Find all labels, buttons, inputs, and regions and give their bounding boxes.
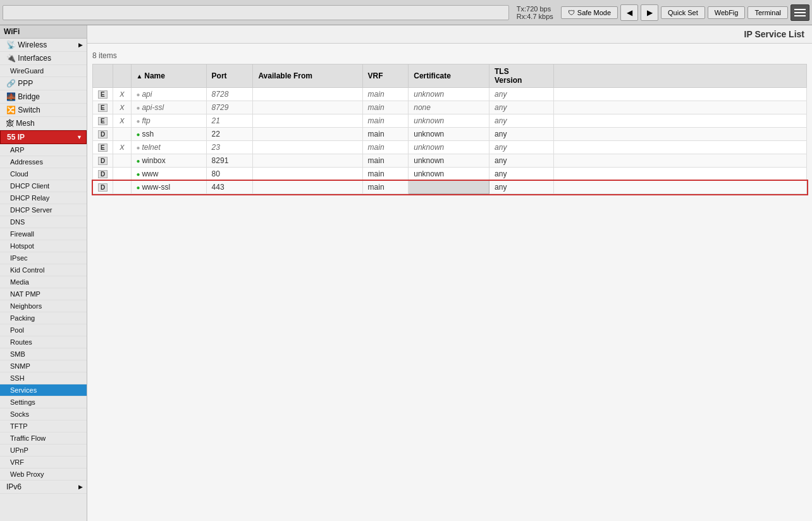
row-flag-1[interactable]: E <box>93 101 113 114</box>
sidebar-item-kid-control[interactable]: Kid Control <box>0 264 87 276</box>
row-tls-version-4: any <box>489 141 554 154</box>
sidebar-item-wireless[interactable]: 📡 Wireless▶ <box>0 39 87 52</box>
table-row[interactable]: EX● ftp21mainunknownany <box>93 114 807 128</box>
row-flag-2[interactable]: E <box>93 114 113 128</box>
sidebar-arrow-ip: ▼ <box>77 134 82 140</box>
row-flag-6[interactable]: D <box>93 168 113 181</box>
row-x-4: X <box>113 141 131 154</box>
sidebar-item-socks[interactable]: Socks <box>0 408 87 420</box>
sidebar-item-web-proxy[interactable]: Web Proxy <box>0 469 87 481</box>
services-table: Name Port Available From VRF Certificate… <box>92 64 807 194</box>
sidebar-item-dhcp-server[interactable]: DHCP Server <box>0 204 87 216</box>
sidebar-item-upnp[interactable]: UPnP <box>0 444 87 457</box>
items-count: 8 items <box>92 49 807 64</box>
sidebar-item-traffic-flow[interactable]: Traffic Flow <box>0 432 87 444</box>
col-x <box>113 64 131 88</box>
webfig-button[interactable]: WebFig <box>708 6 746 19</box>
sidebar-label-upnp: UPnP <box>10 446 28 454</box>
sidebar-item-bridge[interactable]: 🌉 Bridge <box>0 90 87 104</box>
sidebar-item-hotspot[interactable]: Hotspot <box>0 240 87 252</box>
sidebar-item-dhcp-relay[interactable]: DHCP Relay <box>0 192 87 204</box>
sidebar-label-mesh: 🕸 Mesh <box>6 119 35 128</box>
sidebar-item-wireguard[interactable]: WireGuard <box>0 65 87 77</box>
row-available-from-2 <box>253 114 362 128</box>
table-area: 8 items Name Port Available From VRF Cer… <box>87 44 812 199</box>
sidebar-item-ipsec[interactable]: IPsec <box>0 252 87 264</box>
sidebar-item-settings[interactable]: Settings <box>0 396 87 408</box>
sidebar-wifi-label: WiFi <box>0 25 87 39</box>
row-extra-2 <box>554 114 807 128</box>
sidebar-item-vrf[interactable]: VRF <box>0 457 87 469</box>
menu-button[interactable] <box>790 4 809 21</box>
row-name-6: ● www <box>131 168 206 181</box>
quick-set-button[interactable]: Quick Set <box>661 6 705 19</box>
table-header-row: Name Port Available From VRF Certificate… <box>93 64 807 88</box>
sidebar-arrow-ipv6: ▶ <box>78 484 83 490</box>
table-row[interactable]: D● winbox8291mainunknownany <box>93 154 807 168</box>
row-certificate-4: unknown <box>409 141 489 154</box>
sidebar-item-dns[interactable]: DNS <box>0 216 87 228</box>
row-extra-7 <box>554 181 807 194</box>
sidebar-item-interfaces[interactable]: 🔌 Interfaces <box>0 52 87 65</box>
main-layout: WiFi 📡 Wireless▶🔌 InterfacesWireGuard🔗 P… <box>0 25 812 521</box>
sidebar-item-snmp[interactable]: SNMP <box>0 360 87 372</box>
sidebar-label-services: Services <box>10 386 37 394</box>
terminal-button[interactable]: Terminal <box>747 6 788 19</box>
row-x-2: X <box>113 114 131 128</box>
row-extra-4 <box>554 141 807 154</box>
sidebar-item-nat-pmp[interactable]: NAT PMP <box>0 288 87 300</box>
row-port-7: 443 <box>206 181 253 194</box>
sidebar-item-routes[interactable]: Routes <box>0 336 87 348</box>
sidebar-item-addresses[interactable]: Addresses <box>0 156 87 168</box>
col-available-from: Available From <box>253 64 362 88</box>
sidebar-label-hotspot: Hotspot <box>10 242 34 250</box>
safe-mode-button[interactable]: 🛡 Safe Mode <box>561 6 618 19</box>
back-button[interactable]: ◀ <box>620 4 638 21</box>
sidebar-label-wireguard: WireGuard <box>10 67 44 75</box>
row-flag-0[interactable]: E <box>93 88 113 101</box>
sidebar-item-media[interactable]: Media <box>0 276 87 288</box>
sidebar-label-kid-control: Kid Control <box>10 266 44 274</box>
sidebar-item-ipv6[interactable]: IPv6▶ <box>0 481 87 494</box>
sidebar-item-firewall[interactable]: Firewall <box>0 228 87 240</box>
row-available-from-6 <box>253 168 362 181</box>
sidebar-item-ssh[interactable]: SSH <box>0 372 87 384</box>
sidebar-item-mesh[interactable]: 🕸 Mesh <box>0 117 87 130</box>
row-port-6: 80 <box>206 168 253 181</box>
table-row[interactable]: D● ssh22mainunknownany <box>93 128 807 141</box>
sidebar-item-arp[interactable]: ARP <box>0 144 87 156</box>
row-flag-7[interactable]: D <box>93 181 113 194</box>
sidebar-item-packing[interactable]: Packing <box>0 312 87 324</box>
sidebar-item-switch[interactable]: 🔀 Switch <box>0 104 87 117</box>
row-available-from-5 <box>253 154 362 168</box>
sidebar-label-socks: Socks <box>10 410 29 418</box>
sidebar-label-dhcp-server: DHCP Server <box>10 206 52 214</box>
sidebar-item-services[interactable]: Services <box>0 384 87 396</box>
col-extra <box>554 64 807 88</box>
table-row[interactable]: D● www-ssl443mainany <box>93 181 807 194</box>
table-row[interactable]: EX● telnet23mainunknownany <box>93 141 807 154</box>
row-flag-3[interactable]: D <box>93 128 113 141</box>
sidebar-item-cloud[interactable]: Cloud <box>0 168 87 180</box>
sidebar-item-smb[interactable]: SMB <box>0 348 87 360</box>
sidebar-item-neighbors[interactable]: Neighbors <box>0 300 87 312</box>
row-flag-5[interactable]: D <box>93 154 113 168</box>
col-vrf: VRF <box>362 64 409 88</box>
row-x-1: X <box>113 101 131 114</box>
search-input[interactable] <box>3 5 509 20</box>
sidebar-label-web-proxy: Web Proxy <box>10 470 44 478</box>
table-row[interactable]: EX● api-ssl8729mainnoneany <box>93 101 807 114</box>
sidebar-item-pool[interactable]: Pool <box>0 324 87 336</box>
row-flag-4[interactable]: E <box>93 141 113 154</box>
table-row[interactable]: D● www80mainunknownany <box>93 168 807 181</box>
sidebar-item-ip[interactable]: 55 IP▼ <box>0 130 87 144</box>
row-port-5: 8291 <box>206 154 253 168</box>
row-name-5: ● winbox <box>131 154 206 168</box>
forward-button[interactable]: ▶ <box>641 4 658 21</box>
sidebar-item-ppp[interactable]: 🔗 PPP <box>0 77 87 90</box>
sidebar-item-dhcp-client[interactable]: DHCP Client <box>0 180 87 192</box>
sidebar-label-settings: Settings <box>10 398 35 406</box>
table-row[interactable]: EX● api8728mainunknownany <box>93 88 807 101</box>
sidebar-item-tftp[interactable]: TFTP <box>0 420 87 432</box>
row-name-3: ● ssh <box>131 128 206 141</box>
